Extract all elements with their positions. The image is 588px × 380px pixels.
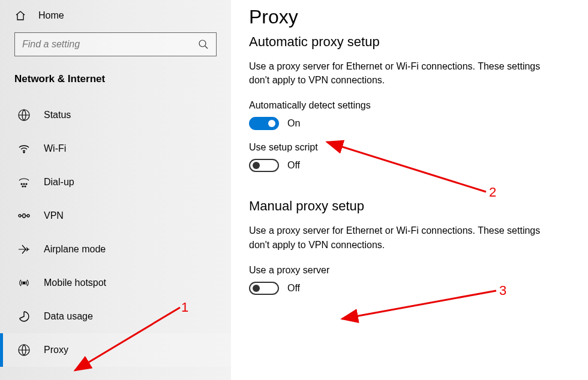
annotation-2: 2 bbox=[489, 185, 496, 200]
annotation-1: 1 bbox=[181, 300, 188, 315]
data-usage-icon bbox=[17, 310, 31, 323]
sidebar-item-label: VPN bbox=[44, 210, 64, 221]
sidebar-item-label: Mobile hotspot bbox=[44, 278, 106, 288]
svg-point-0 bbox=[199, 40, 206, 47]
sidebar-item-label: Wi-Fi bbox=[44, 143, 66, 154]
sidebar-item-label: Dial-up bbox=[44, 177, 74, 188]
settings-main: Proxy Automatic proxy setup Use a proxy … bbox=[231, 0, 588, 380]
dialup-icon bbox=[17, 176, 31, 189]
page-title: Proxy bbox=[249, 6, 570, 28]
category-heading: Network & Internet bbox=[0, 73, 231, 98]
settings-sidebar: Home Network & Internet Status Wi-Fi bbox=[0, 0, 231, 380]
sidebar-item-dialup[interactable]: Dial-up bbox=[0, 165, 231, 199]
annotation-3: 3 bbox=[499, 283, 506, 298]
svg-point-4 bbox=[23, 183, 25, 185]
proxy-globe-icon bbox=[17, 343, 31, 357]
svg-point-2 bbox=[23, 152, 25, 153]
svg-point-11 bbox=[23, 282, 25, 284]
auto-detect-label: Automatically detect settings bbox=[249, 100, 570, 111]
search-icon bbox=[198, 39, 209, 50]
globe-net-icon bbox=[17, 108, 31, 122]
sidebar-item-data-usage[interactable]: Data usage bbox=[0, 300, 231, 333]
home-nav[interactable]: Home bbox=[0, 7, 231, 32]
auto-detect-toggle[interactable] bbox=[249, 117, 279, 130]
vpn-icon bbox=[17, 209, 31, 222]
automatic-proxy-heading: Automatic proxy setup bbox=[249, 34, 570, 50]
hotspot-icon bbox=[17, 276, 31, 289]
svg-rect-10 bbox=[23, 214, 25, 218]
sidebar-item-hotspot[interactable]: Mobile hotspot bbox=[0, 266, 231, 300]
sidebar-item-airplane[interactable]: Airplane mode bbox=[0, 233, 231, 266]
svg-point-3 bbox=[21, 183, 22, 185]
use-proxy-state: Off bbox=[287, 283, 300, 294]
svg-point-7 bbox=[25, 186, 26, 187]
sidebar-item-vpn[interactable]: VPN bbox=[0, 199, 231, 233]
sidebar-item-wifi[interactable]: Wi-Fi bbox=[0, 132, 231, 165]
sidebar-item-label: Airplane mode bbox=[44, 244, 106, 255]
manual-proxy-description: Use a proxy server for Ethernet or Wi-Fi… bbox=[249, 224, 561, 251]
home-icon bbox=[14, 10, 26, 22]
svg-point-6 bbox=[22, 186, 23, 187]
sidebar-item-proxy[interactable]: Proxy bbox=[0, 333, 231, 367]
automatic-proxy-description: Use a proxy server for Ethernet or Wi-Fi… bbox=[249, 59, 561, 87]
use-proxy-toggle[interactable] bbox=[249, 282, 279, 295]
airplane-icon bbox=[17, 243, 31, 256]
wifi-icon bbox=[17, 142, 31, 155]
search-input[interactable] bbox=[22, 39, 198, 50]
svg-point-5 bbox=[26, 183, 27, 185]
sidebar-item-label: Proxy bbox=[44, 345, 68, 355]
auto-detect-state: On bbox=[287, 118, 300, 129]
setup-script-label: Use setup script bbox=[249, 142, 570, 153]
settings-search[interactable] bbox=[14, 32, 217, 56]
sidebar-item-label: Status bbox=[44, 110, 71, 120]
sidebar-item-status[interactable]: Status bbox=[0, 98, 231, 132]
sidebar-item-label: Data usage bbox=[44, 311, 93, 322]
svg-point-8 bbox=[19, 215, 21, 217]
use-proxy-label: Use a proxy server bbox=[249, 265, 570, 276]
manual-proxy-heading: Manual proxy setup bbox=[249, 198, 570, 214]
setup-script-toggle[interactable] bbox=[249, 159, 279, 172]
setup-script-state: Off bbox=[287, 160, 300, 171]
svg-point-9 bbox=[27, 215, 29, 217]
home-label: Home bbox=[38, 10, 64, 21]
